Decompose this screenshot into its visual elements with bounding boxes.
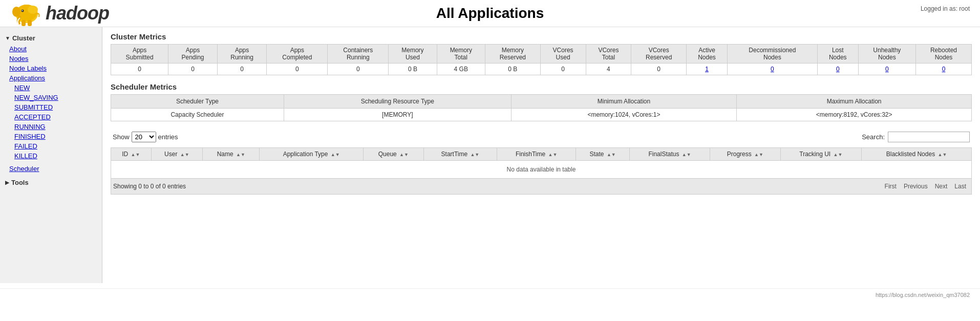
cluster-arrow-icon: ▼ xyxy=(5,35,10,41)
col-tracking-ui: Tracking UI ▲▼ xyxy=(780,148,862,161)
val-rebooted-nodes: 0 xyxy=(915,63,971,75)
starttime-sort-icon: ▲▼ xyxy=(470,152,479,157)
col-containers-running: ContainersRunning xyxy=(328,45,389,63)
search-box: Search: xyxy=(862,132,970,142)
sidebar-item-failed[interactable]: FAILED xyxy=(0,141,102,151)
col-apps-completed: AppsCompleted xyxy=(267,45,328,63)
val-vcores-reserved: 0 xyxy=(631,63,687,75)
sidebar-item-applications[interactable]: Applications xyxy=(0,73,102,83)
apps-table: ID ▲▼ User ▲▼ Name ▲▼ Application Type ▲… xyxy=(111,147,972,179)
state-sort-icon: ▲▼ xyxy=(607,152,616,157)
val-active-nodes: 1 xyxy=(687,63,728,75)
sidebar-item-submitted[interactable]: SUBMITTED xyxy=(0,102,102,112)
val-unhealthy-nodes: 0 xyxy=(858,63,915,75)
metrics-data-row: 0 0 0 0 0 0 B 4 GB 0 B 0 4 0 1 0 0 0 0 xyxy=(111,63,972,75)
sidebar-item-finished[interactable]: FINISHED xyxy=(0,132,102,141)
val-scheduler-type: Capacity Scheduler xyxy=(111,109,284,121)
col-memory-used: MemoryUsed xyxy=(389,45,437,63)
col-vcores-used: VCoresUsed xyxy=(540,45,586,63)
col-id: ID ▲▼ xyxy=(111,148,152,161)
first-page-button[interactable]: First xyxy=(882,182,900,191)
last-page-button[interactable]: Last xyxy=(951,182,969,191)
sidebar-item-nodes[interactable]: Nodes xyxy=(0,54,102,63)
col-state: State ▲▼ xyxy=(576,148,630,161)
cluster-metrics-title: Cluster Metrics xyxy=(111,32,972,41)
sidebar-item-node-labels[interactable]: Node Labels xyxy=(0,63,102,73)
cluster-label: Cluster xyxy=(12,34,35,42)
val-memory-reserved: 0 B xyxy=(485,63,540,75)
entries-select[interactable]: 10 20 25 50 100 xyxy=(132,132,156,142)
previous-page-button[interactable]: Previous xyxy=(901,182,931,191)
table-footer: Showing 0 to 0 of 0 entries First Previo… xyxy=(111,179,972,195)
cluster-section-header[interactable]: ▼ Cluster xyxy=(0,32,102,44)
show-entries-control: Show 10 20 25 50 100 entries xyxy=(113,132,178,142)
col-active-nodes: ActiveNodes xyxy=(687,45,728,63)
col-application-type: Application Type ▲▼ xyxy=(260,148,363,161)
col-memory-total: MemoryTotal xyxy=(437,45,485,63)
val-vcores-used: 0 xyxy=(540,63,586,75)
col-starttime: StartTime ▲▼ xyxy=(423,148,497,161)
val-apps-completed: 0 xyxy=(267,63,328,75)
showing-entries-text: Showing 0 to 0 of 0 entries xyxy=(113,183,186,190)
rebooted-nodes-link[interactable]: 0 xyxy=(942,66,946,73)
sidebar-item-running[interactable]: RUNNING xyxy=(0,122,102,132)
tools-label: Tools xyxy=(11,179,29,186)
val-vcores-total: 4 xyxy=(586,63,631,75)
val-containers-running: 0 xyxy=(328,63,389,75)
val-decommissioned-nodes: 0 xyxy=(727,63,817,75)
sidebar: ▼ Cluster About Nodes Node Labels Applic… xyxy=(0,27,102,283)
col-finishtime: FinishTime ▲▼ xyxy=(497,148,576,161)
col-progress: Progress ▲▼ xyxy=(710,148,780,161)
content-area: Cluster Metrics AppsSubmitted AppsPendin… xyxy=(102,27,980,283)
entries-label: entries xyxy=(158,133,178,141)
next-page-button[interactable]: Next xyxy=(932,182,951,191)
unhealthy-nodes-link[interactable]: 0 xyxy=(885,66,889,73)
col-apps-pending: AppsPending xyxy=(168,45,218,63)
pagination-controls: First Previous Next Last xyxy=(882,182,969,191)
sidebar-item-about[interactable]: About xyxy=(0,44,102,54)
col-unhealthy-nodes: UnhealthyNodes xyxy=(858,45,915,63)
val-scheduling-resource: [MEMORY] xyxy=(284,109,511,121)
col-apps-submitted: AppsSubmitted xyxy=(111,45,168,63)
scheduler-metrics-title: Scheduler Metrics xyxy=(111,82,972,91)
svg-point-5 xyxy=(28,6,38,14)
sidebar-item-scheduler[interactable]: Scheduler xyxy=(0,164,102,174)
col-apps-running: AppsRunning xyxy=(217,45,267,63)
val-memory-used: 0 B xyxy=(389,63,437,75)
lost-nodes-link[interactable]: 0 xyxy=(836,66,840,73)
sidebar-item-new-saving[interactable]: NEW_SAVING xyxy=(0,93,102,102)
svg-point-2 xyxy=(12,7,20,17)
logo-area: hadoop xyxy=(10,0,109,28)
col-lost-nodes: LostNodes xyxy=(817,45,858,63)
header: hadoop All Applications Logged in as: ro… xyxy=(0,0,980,27)
footer-url: https://blog.csdn.net/weixin_qm37082 xyxy=(876,292,970,298)
search-input[interactable] xyxy=(888,132,970,142)
active-nodes-link[interactable]: 1 xyxy=(705,66,709,73)
scheduler-metrics-table: Scheduler Type Scheduling Resource Type … xyxy=(111,94,972,121)
col-blacklisted-nodes: Blacklisted Nodes ▲▼ xyxy=(862,148,972,161)
logged-in-status: Logged in as: root xyxy=(921,5,970,12)
finalstatus-sort-icon: ▲▼ xyxy=(682,152,691,157)
hadoop-logo: hadoop xyxy=(10,0,109,28)
finishtime-sort-icon: ▲▼ xyxy=(548,152,558,157)
sidebar-item-killed[interactable]: KILLED xyxy=(0,151,102,161)
col-scheduler-type: Scheduler Type xyxy=(111,95,284,109)
tools-section-header[interactable]: ▶ Tools xyxy=(0,177,102,188)
tools-arrow-icon: ▶ xyxy=(5,180,9,185)
sidebar-item-new[interactable]: NEW xyxy=(0,83,102,93)
queue-sort-icon: ▲▼ xyxy=(399,152,409,157)
page-footer: https://blog.csdn.net/weixin_qm37082 xyxy=(0,288,980,301)
col-min-allocation: Minimum Allocation xyxy=(511,95,737,109)
svg-rect-6 xyxy=(22,20,26,26)
main-layout: ▼ Cluster About Nodes Node Labels Applic… xyxy=(0,27,980,283)
no-data-row: No data available in table xyxy=(111,161,972,179)
val-apps-running: 0 xyxy=(217,63,267,75)
val-memory-total: 4 GB xyxy=(437,63,485,75)
val-min-allocation: <memory:1024, vCores:1> xyxy=(511,109,737,121)
search-label: Search: xyxy=(862,133,885,141)
col-scheduling-resource: Scheduling Resource Type xyxy=(284,95,511,109)
sidebar-item-accepted[interactable]: ACCEPTED xyxy=(0,112,102,122)
decommissioned-nodes-link[interactable]: 0 xyxy=(771,66,774,73)
name-sort-icon: ▲▼ xyxy=(236,152,245,157)
elephant-icon xyxy=(10,0,44,28)
